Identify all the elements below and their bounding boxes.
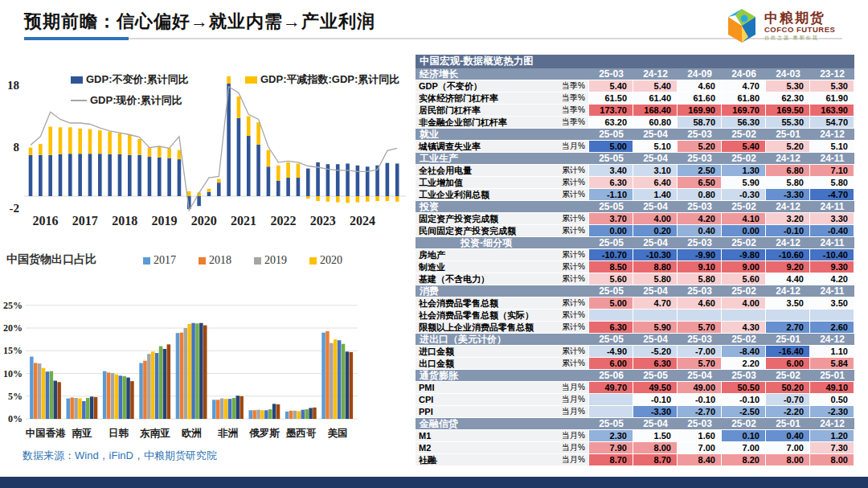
heatmap-cell: -0.30 bbox=[722, 189, 766, 200]
export-bar bbox=[212, 400, 216, 419]
heatmap-cell: 1.60 bbox=[678, 430, 722, 441]
export-bar bbox=[264, 410, 268, 419]
gdp-deflator-bar bbox=[68, 127, 72, 154]
column-header: 24-12 bbox=[766, 153, 810, 164]
gdp-real-bar bbox=[59, 154, 63, 196]
gdp-real-bar bbox=[247, 136, 251, 196]
axis-label: 东南亚 bbox=[139, 428, 170, 439]
row-label: PMI bbox=[416, 382, 562, 393]
heatmap-cell: 61.90 bbox=[810, 92, 854, 104]
export-bar bbox=[159, 347, 163, 419]
heatmap-cell: 56.30 bbox=[722, 117, 766, 128]
heatmap-cell: 169.90 bbox=[678, 105, 722, 116]
gdp-real-bar bbox=[148, 157, 152, 196]
axis-label: 2020 bbox=[191, 214, 217, 228]
gdp-deflator-bar bbox=[286, 162, 290, 178]
section-name: 进出口（美元计价） bbox=[416, 333, 589, 347]
heatmap-cell: 6.00 bbox=[766, 358, 810, 369]
heatmap-cell: 7.90 bbox=[589, 442, 633, 453]
row-unit: 当月% bbox=[562, 430, 589, 441]
heatmap-cell: 7.10 bbox=[810, 165, 854, 176]
row-label: 基建（不含电力） bbox=[416, 273, 562, 285]
row-label: 社会消费品零售总额（实际） bbox=[416, 310, 562, 321]
heatmap-cell: 6.30 bbox=[633, 358, 678, 369]
axis-label: 俄罗斯 bbox=[248, 428, 280, 439]
heatmap-cell: 49.00 bbox=[678, 382, 722, 393]
heatmap-cell: 169.70 bbox=[722, 105, 766, 116]
heatmap-cell: 9.20 bbox=[766, 261, 810, 273]
row-label: 非金融企业部门杠杆率 bbox=[416, 117, 562, 128]
row-label: 社会消费品零售总额 bbox=[416, 297, 562, 309]
export-bar bbox=[155, 353, 159, 419]
export-bar bbox=[297, 411, 301, 419]
cofco-logo: 中粮期货 COFCO FUTURES 自然之源 重塑你我 bbox=[726, 8, 835, 43]
heatmap-cell: 6.40 bbox=[633, 177, 678, 188]
gdp-deflator-bar bbox=[316, 196, 320, 201]
row-label: 固定资产投资完成额 bbox=[416, 213, 562, 224]
export-bar bbox=[67, 399, 71, 419]
logo-en-text: COFCO FUTURES bbox=[764, 26, 835, 34]
section-name: 金融信贷 bbox=[416, 417, 589, 431]
row-unit: 累计% bbox=[562, 261, 589, 273]
heatmap-cell: 3.50 bbox=[810, 297, 854, 309]
heatmap-cell: 62.30 bbox=[766, 92, 810, 104]
export-bar bbox=[232, 398, 236, 419]
gdp-real-bar bbox=[167, 158, 171, 196]
row-label: 出口金额 bbox=[416, 358, 562, 369]
column-header: 23-12 bbox=[810, 68, 854, 80]
heatmap-cell: 55.30 bbox=[766, 117, 810, 128]
heatmap-cell: 8.40 bbox=[678, 454, 722, 465]
export-bar bbox=[240, 396, 244, 419]
gdp-real-bar bbox=[356, 166, 360, 196]
column-header: 25-03 bbox=[678, 418, 722, 429]
heatmap-cell: -4.70 bbox=[810, 189, 854, 200]
heatmap-cell: 54.70 bbox=[810, 117, 854, 128]
axis-label: 南亚 bbox=[72, 428, 93, 439]
heatmap-cell: 6.30 bbox=[589, 177, 633, 188]
column-header: 25-02 bbox=[722, 201, 766, 212]
axis-label: 15% bbox=[3, 345, 23, 356]
export-bar bbox=[78, 399, 82, 419]
heatmap-cell: 5.80 bbox=[766, 177, 810, 188]
gdp-deflator-bar bbox=[276, 166, 280, 181]
gdp-deflator-bar bbox=[227, 76, 231, 84]
gdp-real-bar bbox=[306, 169, 310, 196]
heatmap-title: 中国宏观-数据概览热力图 bbox=[416, 55, 854, 68]
heatmap-cell: 61.40 bbox=[633, 92, 678, 104]
heatmap-cell: 6.30 bbox=[589, 322, 633, 333]
row-unit: 累计% bbox=[562, 358, 589, 369]
export-bar bbox=[139, 363, 143, 420]
heatmap-cell: 5.60 bbox=[589, 273, 633, 285]
gdp-deflator-bar bbox=[137, 139, 141, 155]
export-bar bbox=[184, 328, 188, 419]
heatmap-cell: 5.40 bbox=[722, 141, 766, 152]
heatmap-cell: 2.70 bbox=[766, 322, 810, 333]
axis-label: 2023 bbox=[310, 214, 336, 228]
column-header: 24-11 bbox=[810, 153, 854, 164]
column-header: 25-03 bbox=[678, 153, 722, 164]
gdp-real-bar bbox=[267, 166, 271, 196]
heatmap-cell: 3.50 bbox=[766, 297, 810, 309]
gdp-deflator-bar bbox=[386, 196, 390, 201]
column-header: 25-03 bbox=[678, 285, 722, 297]
export-bar bbox=[180, 333, 184, 419]
export-bar bbox=[220, 399, 224, 419]
column-header: 25-05 bbox=[589, 285, 633, 297]
row-label: M1 bbox=[416, 430, 562, 441]
heatmap-cell: 63.20 bbox=[589, 117, 633, 128]
heatmap-cell: 4.70 bbox=[633, 297, 678, 309]
heatmap-cell: 5.84 bbox=[810, 358, 854, 369]
export-bar bbox=[305, 409, 309, 419]
column-header: 25-04 bbox=[633, 418, 678, 429]
axis-label: 5% bbox=[8, 391, 23, 402]
heatmap-cell: 5.90 bbox=[633, 322, 678, 333]
gdp-deflator-bar bbox=[29, 148, 33, 155]
column-header: 25-02 bbox=[722, 418, 766, 429]
gdp-real-bar bbox=[68, 154, 72, 196]
export-bar bbox=[256, 410, 260, 419]
heatmap-row: 社融当月%8.708.708.408.208.008.00 bbox=[416, 454, 854, 466]
export-bar bbox=[309, 408, 313, 419]
row-label: 进口金额 bbox=[416, 346, 562, 357]
export-bar bbox=[130, 381, 134, 419]
heatmap-cell: 173.70 bbox=[589, 105, 633, 116]
